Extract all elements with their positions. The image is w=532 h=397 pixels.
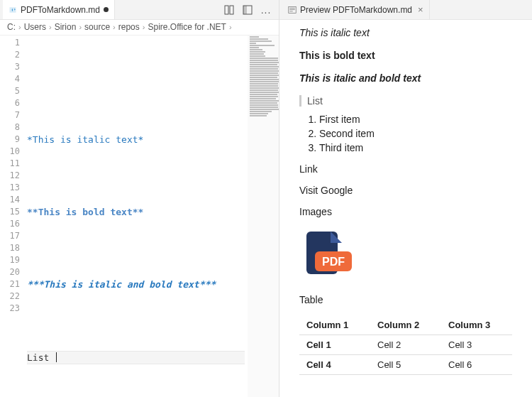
editor-body[interactable]: 1234567891011121314151617181920212223 *T… <box>0 36 279 397</box>
breadcrumb-item[interactable]: Users <box>24 22 46 32</box>
run-layout-icon[interactable] <box>242 4 253 16</box>
code-line[interactable]: ***This is italic and bold text*** <box>27 278 245 290</box>
preview-ordered-list: First item Second item Third item <box>319 114 512 153</box>
preview-bold-italic-text: This is italic and bold text <box>299 72 512 84</box>
preview-table-label: Table <box>299 294 512 305</box>
modified-dot-icon <box>104 7 109 12</box>
text-cursor <box>56 352 57 362</box>
breadcrumb-item[interactable]: C: <box>7 22 16 32</box>
minimap[interactable] <box>248 36 279 397</box>
code-line[interactable] <box>27 170 245 182</box>
code-line[interactable] <box>27 388 245 397</box>
preview-link-label: Link <box>299 163 512 175</box>
breadcrumb-item[interactable]: source <box>84 22 110 32</box>
code-line[interactable] <box>27 97 245 109</box>
preview-link-text: Visit Google <box>299 185 512 196</box>
breadcrumb-item[interactable]: repos <box>118 22 140 32</box>
list-item: First item <box>319 114 512 125</box>
preview-images-label: Images <box>299 206 512 217</box>
preview-bold-text: This is bold text <box>299 50 512 61</box>
list-item: Third item <box>319 142 512 153</box>
preview-content: This is italic text This is bold text Th… <box>279 20 532 382</box>
more-actions-icon[interactable]: ... <box>260 4 272 16</box>
preview-pane: Preview PDFToMarkdown.md × This is itali… <box>279 0 532 397</box>
chevron-right-icon: › <box>229 23 232 31</box>
code-area[interactable]: *This is italic text* **This is bold tex… <box>27 36 279 397</box>
code-line[interactable]: **This is bold text** <box>27 206 245 218</box>
svg-rect-7 <box>289 11 293 11</box>
close-icon[interactable]: × <box>418 4 423 15</box>
markdown-file-icon <box>9 6 17 14</box>
svg-rect-1 <box>230 6 233 14</box>
svg-rect-3 <box>243 6 247 14</box>
preview-tab-bar: Preview PDFToMarkdown.md × <box>279 0 532 20</box>
svg-rect-6 <box>289 9 295 10</box>
preview-list-label: List <box>299 95 512 107</box>
svg-rect-5 <box>289 8 295 9</box>
split-editor-icon[interactable] <box>223 4 235 16</box>
table-header: Column 1 <box>299 315 370 335</box>
svg-text:PDF: PDF <box>322 256 345 268</box>
table-row: Cell 4 Cell 5 Cell 6 <box>299 355 512 375</box>
tab-actions: ... <box>223 4 276 16</box>
table-header-row: Column 1 Column 2 Column 3 <box>299 315 512 335</box>
editor-tab-bar: PDFToMarkdown.md ... <box>0 0 279 20</box>
chevron-right-icon: › <box>79 23 82 31</box>
table-header: Column 2 <box>370 315 441 335</box>
breadcrumb-item[interactable]: Sirion <box>55 22 77 32</box>
code-line[interactable] <box>27 242 245 254</box>
line-gutter: 1234567891011121314151617181920212223 <box>0 36 27 397</box>
code-line[interactable] <box>27 61 245 73</box>
code-line-active[interactable]: List <box>27 351 245 364</box>
chevron-right-icon: › <box>143 23 145 31</box>
code-line[interactable] <box>27 315 245 327</box>
table-header: Column 3 <box>441 315 512 335</box>
preview-italic-text: This is italic text <box>299 27 512 38</box>
breadcrumb: C:› Users› Sirion› source› repos› Spire.… <box>0 20 279 36</box>
svg-rect-0 <box>225 6 228 14</box>
code-line[interactable]: *This is italic text* <box>27 134 245 146</box>
breadcrumb-item[interactable]: Spire.Office for .NET <box>148 22 226 32</box>
table-row: Cell 1 Cell 2 Cell 3 <box>299 335 512 355</box>
tab-preview[interactable]: Preview PDFToMarkdown.md × <box>282 0 430 19</box>
preview-table: Column 1 Column 2 Column 3 Cell 1 Cell 2… <box>299 315 512 375</box>
list-item: Second item <box>319 128 512 139</box>
chevron-right-icon: › <box>18 23 21 31</box>
tab-pdftomarkdown[interactable]: PDFToMarkdown.md <box>3 0 115 19</box>
chevron-right-icon: › <box>113 23 116 31</box>
preview-image: PDF <box>299 227 356 284</box>
tab-title: PDFToMarkdown.md <box>21 5 100 15</box>
chevron-right-icon: › <box>49 23 52 31</box>
preview-icon <box>288 6 297 14</box>
editor-pane: PDFToMarkdown.md ... C:› Users› Sirion› … <box>0 0 279 397</box>
preview-tab-title: Preview PDFToMarkdown.md <box>300 5 412 15</box>
